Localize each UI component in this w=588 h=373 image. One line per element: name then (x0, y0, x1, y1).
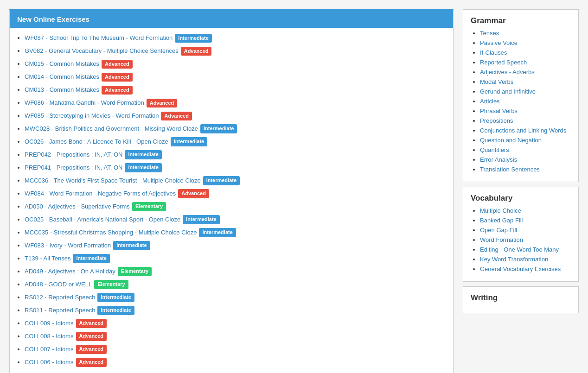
exercise-link[interactable]: COLL008 - Idioms (25, 333, 74, 340)
list-item: AD049 - Adjectives : On A HolidayElement… (25, 267, 446, 276)
exercise-link[interactable]: RS012 - Reported Speech (25, 294, 95, 301)
level-badge: Advanced (102, 60, 133, 69)
sidebar-list-item: Passive Voice (480, 39, 571, 46)
exercise-link[interactable]: WF087 - School Trip To The Museum - Word… (25, 34, 173, 41)
sidebar-link[interactable]: Quantifiers (480, 146, 509, 153)
exercise-link[interactable]: MCC035 - Stressful Christmas Shopping - … (25, 229, 197, 236)
exercise-link[interactable]: CM013 - Common Mistakes (25, 86, 99, 93)
sidebar-link[interactable]: Gerund and Infinitive (480, 88, 536, 95)
sidebar-section: GrammarTensesPassive VoiceIf-ClausesRepo… (463, 9, 579, 182)
sidebar-link[interactable]: Tenses (480, 30, 499, 37)
sidebar-list-item: Multiple Choice (480, 207, 571, 214)
level-badge: Advanced (76, 319, 107, 328)
exercise-link[interactable]: CM015 - Common Mistakes (25, 60, 99, 67)
list-item: COLL008 - IdiomsAdvanced (25, 332, 446, 341)
exercise-link[interactable]: WF084 - Word Formation - Negative Forms … (25, 190, 176, 197)
main-panel: New Online Exercises WF087 - School Trip… (9, 9, 454, 373)
level-badge: Intermediate (175, 34, 211, 43)
sidebar-link[interactable]: Multiple Choice (480, 207, 521, 214)
sidebar-link[interactable]: General Vocabulary Exercises (480, 266, 561, 272)
exercise-link[interactable]: AD049 - Adjectives : On A Holiday (25, 268, 115, 275)
sidebar-item-list: TensesPassive VoiceIf-ClausesReported Sp… (471, 29, 571, 173)
sidebar-list-item: Modal Verbs (480, 78, 571, 85)
exercise-link[interactable]: T139 - All Tenses (25, 255, 70, 262)
exercise-link[interactable]: WF086 - Mahatma Gandhi - Word Formation (25, 99, 144, 106)
level-badge: Advanced (102, 86, 133, 95)
list-item: GV082 - General Vocabulary - Multiple Ch… (25, 46, 446, 56)
sidebar-link[interactable]: Banked Gap Fill (480, 217, 523, 224)
sidebar-link[interactable]: Articles (480, 98, 500, 105)
level-badge: Elementary (118, 267, 152, 276)
list-item: OC026 - James Bond : A Licence To Kill -… (25, 137, 446, 146)
level-badge: Advanced (102, 73, 133, 82)
level-badge: Intermediate (199, 228, 236, 237)
exercises-box: New Online Exercises WF087 - School Trip… (9, 9, 454, 373)
sidebar-list-item: Prepositions (480, 117, 571, 124)
list-item: WF084 - Word Formation - Negative Forms … (25, 189, 446, 198)
sidebar: GrammarTensesPassive VoiceIf-ClausesRepo… (463, 9, 579, 373)
level-badge: Intermediate (125, 163, 161, 172)
level-badge: Intermediate (200, 124, 237, 133)
sidebar-link[interactable]: Modal Verbs (480, 78, 513, 85)
list-item: WF083 - Ivory - Word FormationIntermedia… (25, 241, 446, 250)
sidebar-link[interactable]: Translation Sentences (480, 166, 540, 173)
level-badge: Advanced (181, 47, 212, 56)
list-item: WF085 - Stereotyping in Movies - Word Fo… (25, 111, 446, 120)
list-item: MCC036 - The World's First Space Tourist… (25, 176, 446, 185)
list-item: PREP041 - Prepositions : IN, AT, ONInter… (25, 163, 446, 172)
level-badge: Intermediate (183, 215, 219, 224)
exercise-link[interactable]: AD050 - Adjectives - Superlative Forms (25, 203, 130, 210)
sidebar-link[interactable]: Prepositions (480, 117, 513, 124)
sidebar-section-title: Vocabulary (471, 194, 571, 203)
exercise-link[interactable]: COLL009 - Idioms (25, 320, 74, 327)
sidebar-link[interactable]: If-Clauses (480, 49, 507, 56)
exercise-link[interactable]: MCC036 - The World's First Space Tourist… (25, 177, 201, 184)
sidebar-list-item: Conjunctions and Linking Words (480, 126, 571, 134)
sidebar-list-item: Error Analysis (480, 156, 571, 163)
sidebar-link[interactable]: Question and Negation (480, 137, 542, 144)
exercise-link[interactable]: WF083 - Ivory - Word Formation (25, 242, 111, 249)
list-item: MCC035 - Stressful Christmas Shopping - … (25, 228, 446, 237)
sidebar-list-item: Adjectives - Adverbs (480, 68, 571, 76)
sidebar-section: Writing (463, 286, 579, 313)
list-item: AD050 - Adjectives - Superlative FormsEl… (25, 202, 446, 211)
exercise-link[interactable]: OC025 - Baseball - America's National Sp… (25, 216, 180, 223)
exercises-title: New Online Exercises (17, 15, 89, 23)
list-item: COLL009 - IdiomsAdvanced (25, 319, 446, 328)
exercise-link[interactable]: MWC028 - British Politics and Government… (25, 125, 198, 132)
list-item: WF087 - School Trip To The Museum - Word… (25, 33, 446, 43)
sidebar-list-item: Articles (480, 97, 571, 105)
sidebar-link[interactable]: Error Analysis (480, 156, 517, 163)
level-badge: Intermediate (125, 150, 161, 159)
exercise-link[interactable]: WF085 - Stereotyping in Movies - Word Fo… (25, 112, 159, 119)
sidebar-list-item: Translation Sentences (480, 165, 571, 173)
exercise-link[interactable]: PREP041 - Prepositions : IN, AT, ON (25, 164, 122, 171)
sidebar-link[interactable]: Passive Voice (480, 39, 518, 46)
list-item: CM015 - Common MistakesAdvanced (25, 59, 446, 69)
list-item: OC025 - Baseball - America's National Sp… (25, 215, 446, 224)
exercise-link[interactable]: COLL006 - Idioms (25, 359, 74, 366)
exercises-header: New Online Exercises (10, 11, 453, 28)
exercise-link[interactable]: CM014 - Common Mistakes (25, 73, 99, 80)
sidebar-link[interactable]: Phrasal Verbs (480, 107, 518, 114)
sidebar-section-title: Writing (471, 293, 571, 303)
exercise-link[interactable]: GV082 - General Vocabulary - Multiple Ch… (25, 47, 179, 54)
level-badge: Intermediate (97, 306, 134, 315)
sidebar-link[interactable]: Reported Speech (480, 59, 527, 66)
sidebar-link[interactable]: Key Word Transformation (480, 256, 548, 263)
sidebar-list-item: Gerund and Infinitive (480, 88, 571, 95)
exercise-link[interactable]: PREP042 - Prepositions : IN, AT, ON (25, 151, 122, 158)
sidebar-link[interactable]: Word Formation (480, 236, 523, 243)
level-badge: Advanced (76, 358, 107, 367)
sidebar-link[interactable]: Adjectives - Adverbs (480, 69, 535, 76)
sidebar-link[interactable]: Open Gap Fill (480, 227, 517, 234)
sidebar-link[interactable]: Editing - One Word Too Many (480, 246, 559, 253)
sidebar-list-item: Phrasal Verbs (480, 107, 571, 114)
sidebar-list-item: Banked Gap Fill (480, 216, 571, 224)
exercise-link[interactable]: COLL007 - Idioms (25, 346, 74, 353)
exercise-link[interactable]: AD048 - GOOD or WELL (25, 281, 92, 288)
exercise-link[interactable]: OC026 - James Bond : A Licence To Kill -… (25, 138, 168, 145)
sidebar-link[interactable]: Conjunctions and Linking Words (480, 127, 566, 134)
exercise-link[interactable]: RS011 - Reported Speech (25, 307, 95, 314)
level-badge: Advanced (76, 345, 107, 354)
